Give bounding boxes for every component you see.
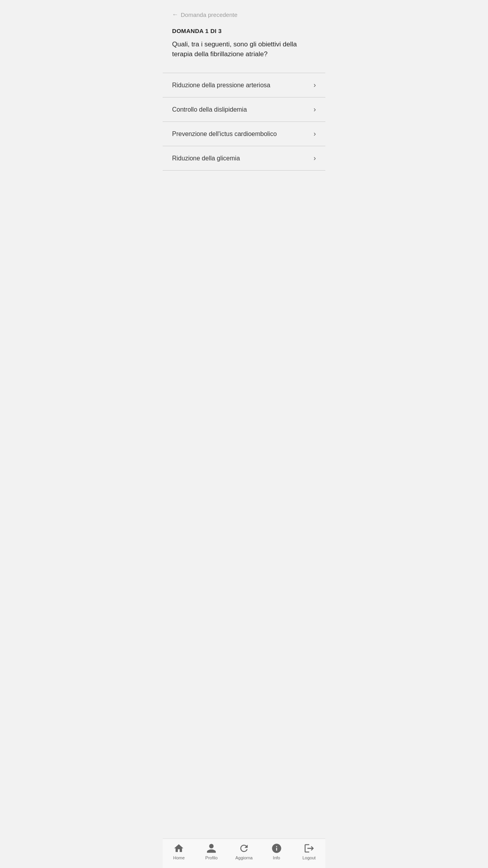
back-label: Domanda precedente	[181, 11, 237, 18]
tab-home[interactable]: Home	[167, 843, 191, 860]
chevron-right-icon-4: ›	[314, 154, 316, 162]
back-navigation[interactable]: ← Domanda precedente	[163, 0, 325, 24]
logout-icon	[304, 843, 315, 854]
answer-item-4[interactable]: Riduzione della glicemia ›	[163, 146, 325, 171]
answer-item-1[interactable]: Riduzione della pressione arteriosa ›	[163, 73, 325, 97]
chevron-right-icon-1: ›	[314, 81, 316, 89]
answer-text-2: Controllo della dislipidemia	[172, 106, 310, 113]
tab-home-label: Home	[173, 855, 185, 860]
tab-logout-label: Logout	[303, 855, 316, 860]
question-header: DOMANDA 1 DI 3 Quali, tra i seguenti, so…	[163, 24, 325, 65]
answer-text-4: Riduzione della glicemia	[172, 155, 310, 162]
tab-profilo-label: Profilo	[205, 855, 218, 860]
main-content: ← Domanda precedente DOMANDA 1 DI 3 Qual…	[163, 0, 325, 868]
tab-info[interactable]: Info	[265, 843, 288, 860]
chevron-right-icon-3: ›	[314, 130, 316, 138]
question-counter: DOMANDA 1 DI 3	[172, 28, 316, 34]
tab-aggiorna-label: Aggiorna	[235, 855, 253, 860]
tab-bar: Home Profilo Aggiorna Info Logout	[163, 839, 325, 868]
answer-text-1: Riduzione della pressione arteriosa	[172, 82, 310, 89]
home-icon	[173, 843, 184, 854]
profile-icon	[206, 843, 217, 854]
tab-profilo[interactable]: Profilo	[200, 843, 223, 860]
answer-item-3[interactable]: Prevenzione dell'ictus cardioembolico ›	[163, 121, 325, 146]
answer-item-2[interactable]: Controllo della dislipidemia ›	[163, 97, 325, 122]
tab-aggiorna[interactable]: Aggiorna	[232, 843, 256, 860]
question-text: Quali, tra i seguenti, sono gli obiettiv…	[172, 40, 316, 59]
chevron-right-icon-2: ›	[314, 105, 316, 114]
tab-logout[interactable]: Logout	[297, 843, 321, 860]
info-icon	[271, 843, 282, 854]
back-arrow-icon: ←	[172, 11, 178, 18]
answers-list: Riduzione della pressione arteriosa › Co…	[163, 73, 325, 171]
refresh-icon	[238, 843, 250, 854]
answer-text-3: Prevenzione dell'ictus cardioembolico	[172, 131, 310, 138]
tab-info-label: Info	[273, 855, 280, 860]
